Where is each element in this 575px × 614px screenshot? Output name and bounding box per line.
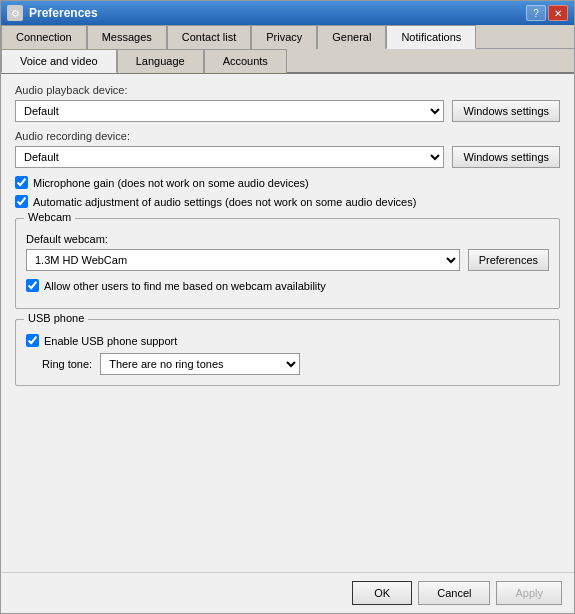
tab-contact-list[interactable]: Contact list bbox=[167, 25, 251, 49]
tab-bar-top: Connection Messages Contact list Privacy… bbox=[1, 25, 574, 49]
window-title: Preferences bbox=[29, 6, 526, 20]
audio-recording-windows-settings-button[interactable]: Windows settings bbox=[452, 146, 560, 168]
enable-usb-checkbox[interactable] bbox=[26, 334, 39, 347]
auto-adjust-checkbox[interactable] bbox=[15, 195, 28, 208]
auto-adjust-row: Automatic adjustment of audio settings (… bbox=[15, 195, 560, 208]
apply-button[interactable]: Apply bbox=[496, 581, 562, 605]
audio-recording-label: Audio recording device: bbox=[15, 130, 560, 142]
webcam-allow-checkbox[interactable] bbox=[26, 279, 39, 292]
ring-tone-select[interactable]: There are no ring tones bbox=[100, 353, 300, 375]
auto-adjust-label: Automatic adjustment of audio settings (… bbox=[33, 196, 416, 208]
webcam-allow-label: Allow other users to find me based on we… bbox=[44, 280, 326, 292]
ring-tone-label: Ring tone: bbox=[42, 358, 92, 370]
microphone-gain-label: Microphone gain (does not work on some a… bbox=[33, 177, 309, 189]
tab-language[interactable]: Language bbox=[117, 49, 204, 73]
tab-general[interactable]: General bbox=[317, 25, 386, 49]
preferences-window: ⚙ Preferences ? ✕ Connection Messages Co… bbox=[0, 0, 575, 614]
title-bar-buttons: ? ✕ bbox=[526, 5, 568, 21]
main-content: Audio playback device: Default Windows s… bbox=[1, 74, 574, 572]
audio-playback-windows-settings-button[interactable]: Windows settings bbox=[452, 100, 560, 122]
ok-button[interactable]: OK bbox=[352, 581, 412, 605]
webcam-group-title: Webcam bbox=[24, 211, 75, 223]
webcam-allow-row: Allow other users to find me based on we… bbox=[26, 279, 549, 292]
help-button[interactable]: ? bbox=[526, 5, 546, 21]
usb-phone-group-title: USB phone bbox=[24, 312, 88, 324]
close-button[interactable]: ✕ bbox=[548, 5, 568, 21]
microphone-gain-row: Microphone gain (does not work on some a… bbox=[15, 176, 560, 189]
webcam-select[interactable]: 1.3M HD WebCam bbox=[26, 249, 460, 271]
audio-recording-row: Default Windows settings bbox=[15, 146, 560, 168]
microphone-gain-checkbox[interactable] bbox=[15, 176, 28, 189]
usb-phone-group: USB phone Enable USB phone support Ring … bbox=[15, 319, 560, 386]
footer: OK Cancel Apply bbox=[1, 572, 574, 613]
default-webcam-label: Default webcam: bbox=[26, 233, 549, 245]
audio-recording-select[interactable]: Default bbox=[15, 146, 444, 168]
tab-bar-second: Voice and video Language Accounts bbox=[1, 49, 574, 74]
webcam-preferences-button[interactable]: Preferences bbox=[468, 249, 549, 271]
tab-accounts[interactable]: Accounts bbox=[204, 49, 287, 73]
enable-usb-label: Enable USB phone support bbox=[44, 335, 177, 347]
tab-privacy[interactable]: Privacy bbox=[251, 25, 317, 49]
window-icon: ⚙ bbox=[7, 5, 23, 21]
ring-tone-row: Ring tone: There are no ring tones bbox=[26, 353, 549, 375]
tab-voice-video[interactable]: Voice and video bbox=[1, 49, 117, 73]
tab-notifications[interactable]: Notifications bbox=[386, 25, 476, 49]
title-bar: ⚙ Preferences ? ✕ bbox=[1, 1, 574, 25]
audio-playback-label: Audio playback device: bbox=[15, 84, 560, 96]
enable-usb-row: Enable USB phone support bbox=[26, 334, 549, 347]
tab-connection[interactable]: Connection bbox=[1, 25, 87, 49]
webcam-group: Webcam Default webcam: 1.3M HD WebCam Pr… bbox=[15, 218, 560, 309]
audio-playback-row: Default Windows settings bbox=[15, 100, 560, 122]
audio-playback-select[interactable]: Default bbox=[15, 100, 444, 122]
webcam-row: 1.3M HD WebCam Preferences bbox=[26, 249, 549, 271]
cancel-button[interactable]: Cancel bbox=[418, 581, 490, 605]
tab-messages[interactable]: Messages bbox=[87, 25, 167, 49]
